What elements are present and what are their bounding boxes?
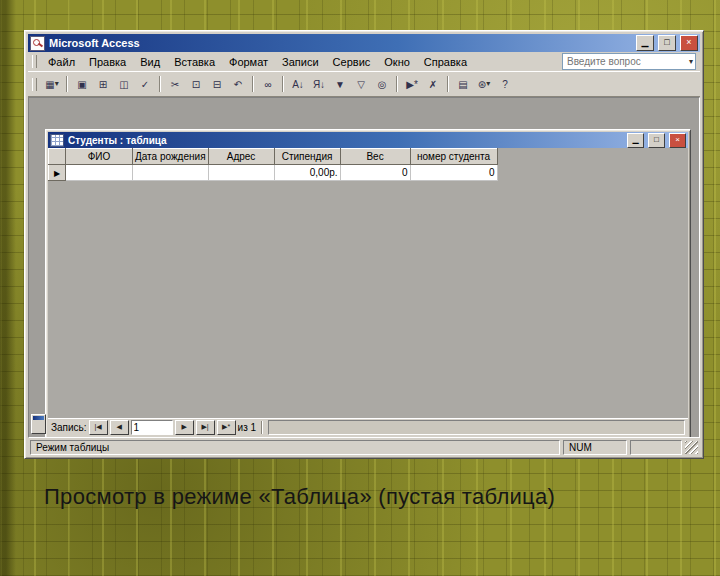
menu-bar: Файл Правка Вид Вставка Формат Записи Се… xyxy=(28,52,700,72)
current-record-marker: ▶ xyxy=(54,169,60,178)
access-app-icon xyxy=(30,36,45,51)
help-icon[interactable]: ? xyxy=(495,75,515,93)
select-all-header[interactable] xyxy=(49,149,66,165)
mdi-workspace: Студенты : таблица ▁ □ × ФИО xyxy=(28,97,700,438)
filter-by-selection-icon[interactable]: ▼ xyxy=(330,75,350,93)
minimized-window-stub[interactable] xyxy=(31,414,46,434)
new-record-button[interactable]: ▶* xyxy=(217,420,236,435)
toolbar-separator xyxy=(66,76,68,92)
menu-item-insert[interactable]: Вставка xyxy=(167,54,222,70)
close-button[interactable]: × xyxy=(680,35,698,51)
spelling-icon[interactable]: ✓ xyxy=(135,75,155,93)
sort-ascending-icon[interactable]: А↓ xyxy=(288,75,308,93)
toolbar-separator xyxy=(447,76,449,92)
table-window: Студенты : таблица ▁ □ × ФИО xyxy=(45,129,691,438)
cell-birthdate[interactable] xyxy=(133,165,209,181)
cell-stipend[interactable]: 0,00р. xyxy=(274,165,340,181)
toolbar-separator xyxy=(396,76,398,92)
column-header-weight[interactable]: Вес xyxy=(340,149,410,165)
table-window-title: Студенты : таблица xyxy=(68,135,623,146)
column-header-address[interactable]: Адрес xyxy=(208,149,274,165)
insert-hyperlink-icon[interactable]: ∞ xyxy=(258,75,278,93)
undo-icon[interactable]: ↶ xyxy=(228,75,248,93)
menu-item-format[interactable]: Формат xyxy=(222,54,275,70)
status-bar: Режим таблицы NUM xyxy=(28,438,700,455)
last-record-button[interactable]: ▶| xyxy=(196,420,215,435)
status-extra-panel xyxy=(630,440,682,455)
table-row: ▶ 0,00р. 0 0 xyxy=(49,165,498,181)
chevron-down-icon: ▾ xyxy=(486,80,490,88)
copy-icon[interactable]: ⊡ xyxy=(186,75,206,93)
cut-icon[interactable]: ✂ xyxy=(165,75,185,93)
record-label: Запись: xyxy=(51,422,87,433)
status-num-lock: NUM xyxy=(563,440,627,455)
maximize-button[interactable]: □ xyxy=(658,35,676,51)
sort-descending-icon[interactable]: Я↓ xyxy=(309,75,329,93)
cell-student-number[interactable]: 0 xyxy=(410,165,497,181)
menu-item-help[interactable]: Справка xyxy=(417,54,474,70)
column-header-student-number[interactable]: номер студента xyxy=(410,149,497,165)
menu-item-window[interactable]: Окно xyxy=(377,54,417,70)
ask-question-box[interactable]: ▾ xyxy=(562,53,696,70)
toolbar-separator xyxy=(159,76,161,92)
slide-caption: Просмотр в режиме «Таблица» (пустая табл… xyxy=(44,484,684,510)
cell-address[interactable] xyxy=(208,165,274,181)
menu-grip[interactable] xyxy=(32,55,37,68)
next-record-button[interactable]: ▶ xyxy=(175,420,194,435)
ask-question-input[interactable] xyxy=(565,55,687,68)
apply-filter-icon[interactable]: ▽ xyxy=(351,75,371,93)
nav-separator xyxy=(261,421,263,434)
child-minimize-button[interactable]: ▁ xyxy=(627,133,644,148)
column-header-stipend[interactable]: Стипендия xyxy=(274,149,340,165)
print-icon[interactable]: ⊞ xyxy=(93,75,113,93)
find-icon[interactable]: ◎ xyxy=(372,75,392,93)
view-table-button[interactable]: ▦ ▾ xyxy=(42,75,62,93)
header-row: ФИО Дата рождения Адрес Стипендия Вес но… xyxy=(49,149,498,165)
record-navigation: Запись: |◀ ◀ ▶ ▶| ▶* из 1 xyxy=(48,418,688,436)
delete-record-icon[interactable]: ✗ xyxy=(423,75,443,93)
row-selector[interactable]: ▶ xyxy=(49,165,66,181)
menu-item-file[interactable]: Файл xyxy=(41,54,82,70)
new-object-icon: ⊛ xyxy=(478,79,486,90)
window-title: Microsoft Access xyxy=(49,37,632,49)
toolbar-separator xyxy=(252,76,254,92)
table-window-title-bar[interactable]: Студенты : таблица ▁ □ × xyxy=(48,132,688,148)
menu-item-view[interactable]: Вид xyxy=(133,54,167,70)
chevron-down-icon: ▾ xyxy=(55,80,59,88)
child-maximize-button[interactable]: □ xyxy=(648,133,665,148)
toolbar-grip[interactable] xyxy=(32,78,37,91)
record-number-input[interactable] xyxy=(131,420,173,435)
paste-icon[interactable]: ⊟ xyxy=(207,75,227,93)
datasheet-icon xyxy=(50,134,64,147)
toolbar: ▦ ▾ ▣ ⊞ ◫ ✓ ✂ ⊡ ⊟ ↶ ∞ А↓ Я↓ ▼ ▽ ◎ ▶* ✗ ▤ xyxy=(28,72,700,97)
menu-item-records[interactable]: Записи xyxy=(275,54,326,70)
column-header-fio[interactable]: ФИО xyxy=(66,149,133,165)
datasheet: ФИО Дата рождения Адрес Стипендия Вес но… xyxy=(48,148,498,181)
cell-weight[interactable]: 0 xyxy=(340,165,410,181)
cell-fio[interactable] xyxy=(66,165,133,181)
chevron-down-icon: ▾ xyxy=(689,58,693,66)
first-record-button[interactable]: |◀ xyxy=(89,420,108,435)
database-window-icon[interactable]: ▤ xyxy=(453,75,473,93)
view-table-icon: ▦ xyxy=(45,79,54,90)
previous-record-button[interactable]: ◀ xyxy=(110,420,129,435)
new-record-icon[interactable]: ▶* xyxy=(402,75,422,93)
column-header-birthdate[interactable]: Дата рождения xyxy=(133,149,209,165)
horizontal-scrollbar[interactable] xyxy=(268,420,685,435)
datasheet-area: ФИО Дата рождения Адрес Стипендия Вес но… xyxy=(48,148,688,436)
toolbar-separator xyxy=(282,76,284,92)
slide-background: Microsoft Access ▁ □ × Файл Правка Вид В… xyxy=(0,0,720,576)
menu-item-edit[interactable]: Правка xyxy=(82,54,133,70)
record-count-label: из 1 xyxy=(238,422,257,433)
menu-item-tools[interactable]: Сервис xyxy=(326,54,378,70)
print-preview-icon[interactable]: ◫ xyxy=(114,75,134,93)
minimize-button[interactable]: ▁ xyxy=(636,35,654,51)
save-icon[interactable]: ▣ xyxy=(72,75,92,93)
new-object-button[interactable]: ⊛ ▾ xyxy=(474,75,494,93)
child-close-button[interactable]: × xyxy=(669,133,686,148)
title-bar[interactable]: Microsoft Access ▁ □ × xyxy=(28,34,700,52)
resize-grip[interactable] xyxy=(685,441,698,454)
status-mode: Режим таблицы xyxy=(30,440,560,455)
access-window: Microsoft Access ▁ □ × Файл Правка Вид В… xyxy=(24,30,704,459)
